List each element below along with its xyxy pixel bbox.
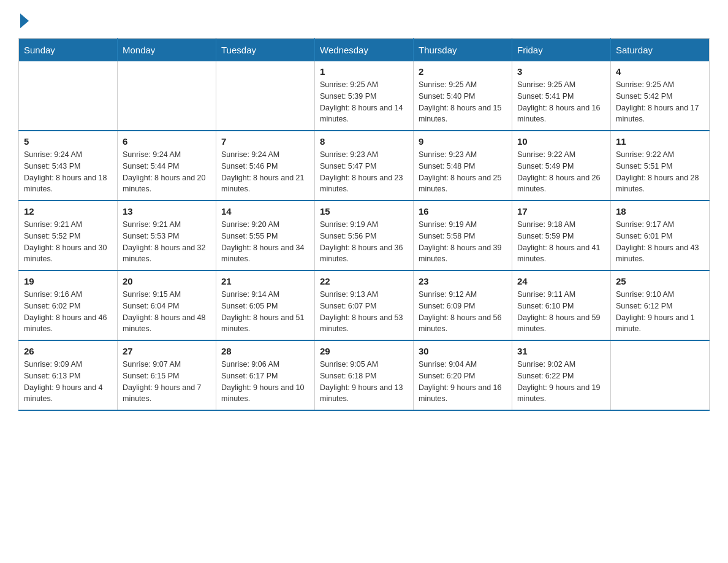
calendar-cell: 1Sunrise: 9:25 AMSunset: 5:39 PMDaylight… <box>315 61 414 131</box>
calendar-cell: 12Sunrise: 9:21 AMSunset: 5:52 PMDayligh… <box>19 201 118 270</box>
day-number: 28 <box>221 346 309 356</box>
calendar-cell <box>611 340 710 410</box>
day-number: 30 <box>419 346 507 356</box>
day-number: 15 <box>320 206 408 216</box>
calendar-cell: 9Sunrise: 9:23 AMSunset: 5:48 PMDaylight… <box>414 131 512 201</box>
day-info: Sunrise: 9:23 AMSunset: 5:47 PMDaylight:… <box>320 149 408 195</box>
calendar-cell: 2Sunrise: 9:25 AMSunset: 5:40 PMDaylight… <box>414 61 512 131</box>
day-info: Sunrise: 9:22 AMSunset: 5:51 PMDaylight:… <box>616 149 704 195</box>
day-info: Sunrise: 9:20 AMSunset: 5:55 PMDaylight:… <box>221 219 309 265</box>
calendar-cell: 27Sunrise: 9:07 AMSunset: 6:15 PMDayligh… <box>118 340 216 410</box>
day-info: Sunrise: 9:14 AMSunset: 6:05 PMDaylight:… <box>221 289 309 335</box>
calendar-week-row: 19Sunrise: 9:16 AMSunset: 6:02 PMDayligh… <box>19 270 710 340</box>
day-number: 1 <box>320 66 408 77</box>
day-number: 26 <box>24 346 112 356</box>
logo <box>18 12 29 28</box>
day-info: Sunrise: 9:02 AMSunset: 6:22 PMDaylight:… <box>517 359 605 405</box>
day-info: Sunrise: 9:24 AMSunset: 5:44 PMDaylight:… <box>123 149 211 195</box>
day-number: 14 <box>221 206 309 216</box>
day-number: 6 <box>123 136 211 147</box>
day-number: 7 <box>221 136 309 147</box>
day-info: Sunrise: 9:21 AMSunset: 5:52 PMDaylight:… <box>24 219 112 265</box>
day-info: Sunrise: 9:23 AMSunset: 5:48 PMDaylight:… <box>419 149 507 195</box>
day-number: 11 <box>616 136 704 147</box>
calendar-cell: 11Sunrise: 9:22 AMSunset: 5:51 PMDayligh… <box>611 131 710 201</box>
calendar-cell: 10Sunrise: 9:22 AMSunset: 5:49 PMDayligh… <box>512 131 611 201</box>
day-number: 8 <box>320 136 408 147</box>
calendar-cell: 8Sunrise: 9:23 AMSunset: 5:47 PMDaylight… <box>315 131 414 201</box>
calendar-cell: 7Sunrise: 9:24 AMSunset: 5:46 PMDaylight… <box>216 131 315 201</box>
calendar-cell: 6Sunrise: 9:24 AMSunset: 5:44 PMDaylight… <box>118 131 216 201</box>
calendar-cell: 15Sunrise: 9:19 AMSunset: 5:56 PMDayligh… <box>315 201 414 270</box>
day-info: Sunrise: 9:05 AMSunset: 6:18 PMDaylight:… <box>320 359 408 405</box>
calendar-cell: 22Sunrise: 9:13 AMSunset: 6:07 PMDayligh… <box>315 270 414 340</box>
day-info: Sunrise: 9:11 AMSunset: 6:10 PMDaylight:… <box>517 289 605 335</box>
calendar-cell: 28Sunrise: 9:06 AMSunset: 6:17 PMDayligh… <box>216 340 315 410</box>
day-number: 24 <box>517 276 605 286</box>
calendar-cell: 30Sunrise: 9:04 AMSunset: 6:20 PMDayligh… <box>414 340 512 410</box>
calendar-week-row: 5Sunrise: 9:24 AMSunset: 5:43 PMDaylight… <box>19 131 710 201</box>
day-info: Sunrise: 9:15 AMSunset: 6:04 PMDaylight:… <box>123 289 211 335</box>
calendar-cell: 23Sunrise: 9:12 AMSunset: 6:09 PMDayligh… <box>414 270 512 340</box>
day-info: Sunrise: 9:19 AMSunset: 5:58 PMDaylight:… <box>419 219 507 265</box>
day-number: 25 <box>616 276 704 286</box>
day-info: Sunrise: 9:25 AMSunset: 5:42 PMDaylight:… <box>616 79 704 125</box>
calendar-cell: 17Sunrise: 9:18 AMSunset: 5:59 PMDayligh… <box>512 201 611 270</box>
calendar-body: 1Sunrise: 9:25 AMSunset: 5:39 PMDaylight… <box>19 61 710 410</box>
day-info: Sunrise: 9:12 AMSunset: 6:09 PMDaylight:… <box>419 289 507 335</box>
day-info: Sunrise: 9:07 AMSunset: 6:15 PMDaylight:… <box>123 359 211 405</box>
day-headers-row: SundayMondayTuesdayWednesdayThursdayFrid… <box>19 39 710 62</box>
day-info: Sunrise: 9:09 AMSunset: 6:13 PMDaylight:… <box>24 359 112 405</box>
day-number: 29 <box>320 346 408 356</box>
calendar-cell: 13Sunrise: 9:21 AMSunset: 5:53 PMDayligh… <box>118 201 216 270</box>
calendar-cell: 26Sunrise: 9:09 AMSunset: 6:13 PMDayligh… <box>19 340 118 410</box>
day-info: Sunrise: 9:16 AMSunset: 6:02 PMDaylight:… <box>24 289 112 335</box>
calendar-cell: 25Sunrise: 9:10 AMSunset: 6:12 PMDayligh… <box>611 270 710 340</box>
day-info: Sunrise: 9:24 AMSunset: 5:43 PMDaylight:… <box>24 149 112 195</box>
day-number: 4 <box>616 66 704 77</box>
day-number: 17 <box>517 206 605 216</box>
day-number: 9 <box>419 136 507 147</box>
day-number: 23 <box>419 276 507 286</box>
day-info: Sunrise: 9:06 AMSunset: 6:17 PMDaylight:… <box>221 359 309 405</box>
calendar-week-row: 12Sunrise: 9:21 AMSunset: 5:52 PMDayligh… <box>19 201 710 270</box>
day-number: 21 <box>221 276 309 286</box>
calendar-cell <box>19 61 118 131</box>
calendar-cell <box>216 61 315 131</box>
day-number: 3 <box>517 66 605 77</box>
day-number: 20 <box>123 276 211 286</box>
calendar-table: SundayMondayTuesdayWednesdayThursdayFrid… <box>18 38 710 411</box>
calendar-cell: 5Sunrise: 9:24 AMSunset: 5:43 PMDaylight… <box>19 131 118 201</box>
day-info: Sunrise: 9:18 AMSunset: 5:59 PMDaylight:… <box>517 219 605 265</box>
day-info: Sunrise: 9:22 AMSunset: 5:49 PMDaylight:… <box>517 149 605 195</box>
day-number: 16 <box>419 206 507 216</box>
day-info: Sunrise: 9:10 AMSunset: 6:12 PMDaylight:… <box>616 289 704 335</box>
day-number: 22 <box>320 276 408 286</box>
day-info: Sunrise: 9:17 AMSunset: 6:01 PMDaylight:… <box>616 219 704 265</box>
day-info: Sunrise: 9:19 AMSunset: 5:56 PMDaylight:… <box>320 219 408 265</box>
day-header-friday: Friday <box>512 39 611 62</box>
calendar-cell: 14Sunrise: 9:20 AMSunset: 5:55 PMDayligh… <box>216 201 315 270</box>
day-header-sunday: Sunday <box>19 39 118 62</box>
calendar-cell <box>118 61 216 131</box>
calendar-cell: 4Sunrise: 9:25 AMSunset: 5:42 PMDaylight… <box>611 61 710 131</box>
day-header-saturday: Saturday <box>611 39 710 62</box>
day-number: 31 <box>517 346 605 356</box>
day-header-thursday: Thursday <box>414 39 512 62</box>
calendar-week-row: 1Sunrise: 9:25 AMSunset: 5:39 PMDaylight… <box>19 61 710 131</box>
calendar-cell: 16Sunrise: 9:19 AMSunset: 5:58 PMDayligh… <box>414 201 512 270</box>
day-header-tuesday: Tuesday <box>216 39 315 62</box>
day-number: 12 <box>24 206 112 216</box>
day-number: 13 <box>123 206 211 216</box>
calendar-cell: 24Sunrise: 9:11 AMSunset: 6:10 PMDayligh… <box>512 270 611 340</box>
calendar-cell: 18Sunrise: 9:17 AMSunset: 6:01 PMDayligh… <box>611 201 710 270</box>
day-number: 19 <box>24 276 112 286</box>
day-number: 2 <box>419 66 507 77</box>
day-info: Sunrise: 9:25 AMSunset: 5:40 PMDaylight:… <box>419 79 507 125</box>
calendar-cell: 19Sunrise: 9:16 AMSunset: 6:02 PMDayligh… <box>19 270 118 340</box>
day-info: Sunrise: 9:24 AMSunset: 5:46 PMDaylight:… <box>221 149 309 195</box>
calendar-cell: 29Sunrise: 9:05 AMSunset: 6:18 PMDayligh… <box>315 340 414 410</box>
logo-triangle-icon <box>20 13 29 28</box>
day-number: 18 <box>616 206 704 216</box>
day-info: Sunrise: 9:13 AMSunset: 6:07 PMDaylight:… <box>320 289 408 335</box>
